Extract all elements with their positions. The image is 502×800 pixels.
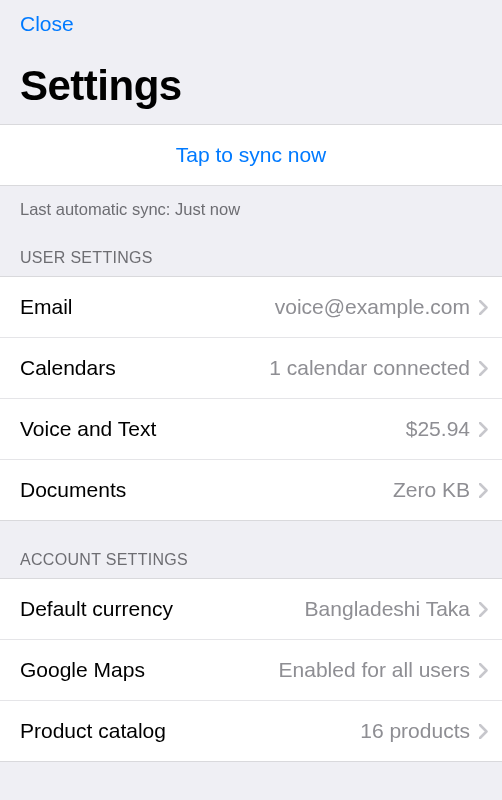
row-label: Documents — [20, 478, 126, 502]
row-documents[interactable]: Documents Zero KB — [0, 460, 502, 520]
chevron-right-icon — [478, 601, 488, 617]
user-settings-list: Email voice@example.com Calendars 1 cale… — [0, 276, 502, 521]
row-label: Voice and Text — [20, 417, 156, 441]
row-value: Zero KB — [126, 478, 478, 502]
chevron-right-icon — [478, 662, 488, 678]
chevron-right-icon — [478, 421, 488, 437]
row-calendars[interactable]: Calendars 1 calendar connected — [0, 338, 502, 399]
row-value: 1 calendar connected — [116, 356, 478, 380]
sync-now-label: Tap to sync now — [176, 143, 327, 166]
chevron-right-icon — [478, 360, 488, 376]
row-value: $25.94 — [156, 417, 478, 441]
row-default-currency[interactable]: Default currency Bangladeshi Taka — [0, 579, 502, 640]
section-header-account-settings: ACCOUNT SETTINGS — [0, 521, 502, 578]
chevron-right-icon — [478, 299, 488, 315]
section-header-user-settings: USER SETTINGS — [0, 219, 502, 276]
row-label: Product catalog — [20, 719, 166, 743]
header-bar: Close — [0, 0, 502, 40]
sync-now-row[interactable]: Tap to sync now — [0, 124, 502, 186]
row-value: Bangladeshi Taka — [173, 597, 478, 621]
row-email[interactable]: Email voice@example.com — [0, 277, 502, 338]
close-button[interactable]: Close — [20, 8, 74, 40]
page-title: Settings — [0, 40, 502, 124]
row-value: Enabled for all users — [145, 658, 478, 682]
row-value: voice@example.com — [73, 295, 478, 319]
row-google-maps[interactable]: Google Maps Enabled for all users — [0, 640, 502, 701]
account-settings-list: Default currency Bangladeshi Taka Google… — [0, 578, 502, 762]
row-voice-and-text[interactable]: Voice and Text $25.94 — [0, 399, 502, 460]
row-label: Google Maps — [20, 658, 145, 682]
row-product-catalog[interactable]: Product catalog 16 products — [0, 701, 502, 761]
row-label: Default currency — [20, 597, 173, 621]
row-label: Calendars — [20, 356, 116, 380]
row-value: 16 products — [166, 719, 478, 743]
chevron-right-icon — [478, 482, 488, 498]
last-sync-status: Last automatic sync: Just now — [0, 186, 502, 219]
chevron-right-icon — [478, 723, 488, 739]
row-label: Email — [20, 295, 73, 319]
